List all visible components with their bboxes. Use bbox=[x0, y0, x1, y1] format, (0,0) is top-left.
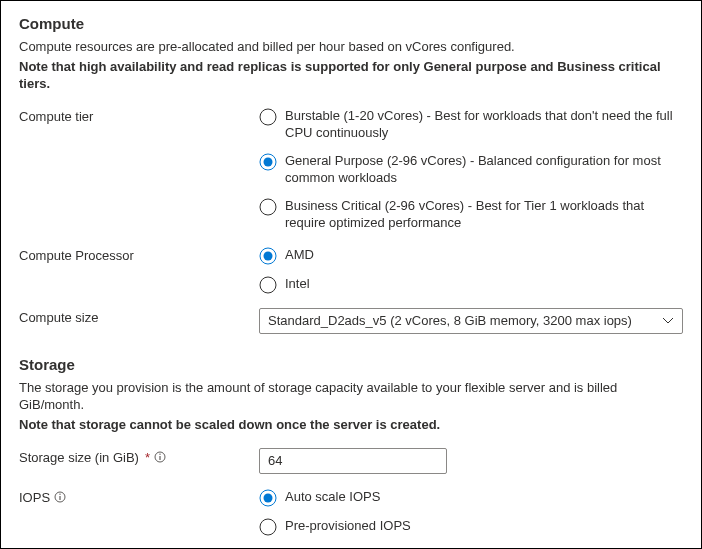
compute-desc-1: Compute resources are pre-allocated and … bbox=[19, 38, 683, 56]
compute-tier-option-business[interactable]: Business Critical (2-96 vCores) - Best f… bbox=[259, 197, 683, 232]
svg-rect-8 bbox=[159, 456, 160, 460]
svg-point-15 bbox=[260, 519, 276, 535]
compute-tier-option-general[interactable]: General Purpose (2-96 vCores) - Balanced… bbox=[259, 152, 683, 187]
iops-label: IOPS bbox=[19, 488, 259, 505]
radio-unchecked-icon bbox=[259, 276, 277, 294]
radio-unchecked-icon bbox=[259, 518, 277, 536]
compute-tier-option-burstable[interactable]: Burstable (1-20 vCores) - Best for workl… bbox=[259, 107, 683, 142]
compute-tier-label: Compute tier bbox=[19, 107, 259, 124]
compute-processor-label: Compute Processor bbox=[19, 246, 259, 263]
svg-point-5 bbox=[264, 251, 273, 260]
compute-desc-2: Note that high availability and read rep… bbox=[19, 58, 683, 93]
storage-desc-2: Note that storage cannot be scaled down … bbox=[19, 416, 683, 434]
compute-size-select[interactable]: Standard_D2ads_v5 (2 vCores, 8 GiB memor… bbox=[259, 308, 683, 334]
compute-processor-option-label: Intel bbox=[285, 275, 310, 293]
svg-point-2 bbox=[264, 157, 273, 166]
compute-heading: Compute bbox=[19, 15, 683, 32]
storage-desc-1: The storage you provision is the amount … bbox=[19, 379, 683, 414]
compute-tier-option-label: General Purpose (2-96 vCores) - Balanced… bbox=[285, 152, 683, 187]
compute-tier-option-label: Burstable (1-20 vCores) - Best for workl… bbox=[285, 107, 683, 142]
storage-size-label: Storage size (in GiB)* bbox=[19, 448, 259, 465]
iops-option-preprov[interactable]: Pre-provisioned IOPS bbox=[259, 517, 683, 536]
radio-checked-icon bbox=[259, 489, 277, 507]
radio-unchecked-icon bbox=[259, 108, 277, 126]
compute-size-label: Compute size bbox=[19, 308, 259, 325]
compute-processor-option-label: AMD bbox=[285, 246, 314, 264]
radio-checked-icon bbox=[259, 153, 277, 171]
compute-processor-option-amd[interactable]: AMD bbox=[259, 246, 683, 265]
iops-option-auto[interactable]: Auto scale IOPS bbox=[259, 488, 683, 507]
svg-rect-9 bbox=[159, 454, 160, 455]
svg-point-3 bbox=[260, 199, 276, 215]
svg-rect-12 bbox=[59, 494, 60, 495]
chevron-down-icon bbox=[662, 315, 674, 327]
radio-checked-icon bbox=[259, 247, 277, 265]
info-icon[interactable] bbox=[154, 451, 166, 463]
storage-heading: Storage bbox=[19, 356, 683, 373]
radio-unchecked-icon bbox=[259, 198, 277, 216]
svg-rect-11 bbox=[59, 496, 60, 500]
svg-point-14 bbox=[264, 493, 273, 502]
svg-point-6 bbox=[260, 277, 276, 293]
svg-point-0 bbox=[260, 109, 276, 125]
compute-processor-option-intel[interactable]: Intel bbox=[259, 275, 683, 294]
iops-option-label: Auto scale IOPS bbox=[285, 488, 380, 506]
info-icon[interactable] bbox=[54, 491, 66, 503]
storage-size-input[interactable] bbox=[259, 448, 447, 474]
iops-option-label: Pre-provisioned IOPS bbox=[285, 517, 411, 535]
compute-size-value: Standard_D2ads_v5 (2 vCores, 8 GiB memor… bbox=[268, 313, 632, 328]
compute-tier-option-label: Business Critical (2-96 vCores) - Best f… bbox=[285, 197, 683, 232]
